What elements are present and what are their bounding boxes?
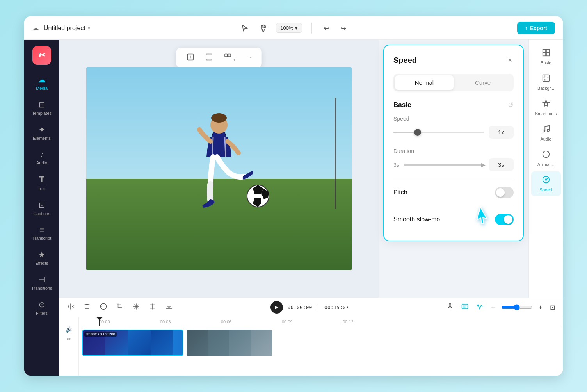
speed-slider-thumb[interactable] xyxy=(414,129,421,136)
redo-button[interactable]: ↪ xyxy=(338,21,349,35)
beat-button[interactable] xyxy=(475,301,485,313)
right-panel-item-speed[interactable]: Speed xyxy=(531,171,561,196)
ruler-mark-2: 00:06 xyxy=(221,319,232,324)
sec-clip-thumb-1 xyxy=(187,330,208,356)
main-clip[interactable]: ①100× ⏱00:03:00 xyxy=(82,330,183,356)
zoom-control[interactable]: 100% ▾ xyxy=(276,23,302,33)
zoom-in-button[interactable]: + xyxy=(537,302,544,312)
sidebar-item-label: Text xyxy=(38,186,46,191)
select-tool-button[interactable] xyxy=(238,22,251,34)
player-illustration xyxy=(153,83,285,255)
right-panel-item-audio[interactable]: Audio xyxy=(531,121,561,145)
sidebar-item-transcript[interactable]: ≡ Transcript xyxy=(27,221,57,244)
fence xyxy=(335,98,336,209)
zoom-slider[interactable] xyxy=(501,304,532,310)
zoom-out-button[interactable]: − xyxy=(489,302,496,312)
sidebar-item-transitions[interactable]: ⊣ Transitions xyxy=(27,271,57,294)
clip-badge: ①100× ⏱00:03:00 xyxy=(84,332,117,337)
fullscreen-button[interactable]: ⊡ xyxy=(548,302,557,313)
elements-icon: ✦ xyxy=(39,125,45,134)
track-container: 🔊 ✏ 00:00 00:03 00:06 00:09 xyxy=(59,317,563,376)
chevron-down-icon: ▾ xyxy=(295,25,298,31)
content-area: ▾ ··· xyxy=(59,40,563,376)
cursor-pointer xyxy=(472,205,493,230)
right-panel: Basic Backgr... Smart tools xyxy=(528,40,563,298)
sidebar-item-captions[interactable]: ⊡ Captions xyxy=(27,196,57,220)
speed-tabs: Normal Curve xyxy=(393,74,514,91)
basic-section-title: Basic xyxy=(393,101,411,109)
split-button[interactable] xyxy=(66,301,76,313)
sidebar-item-audio[interactable]: ♪ Audio xyxy=(27,146,57,169)
speed-panel-header: Speed × xyxy=(393,55,514,66)
export-button[interactable]: ↑ Export xyxy=(517,22,555,34)
right-panel-item-basic[interactable]: Basic xyxy=(531,45,561,69)
speed-slider-track[interactable] xyxy=(393,132,484,133)
timeline-area: ▶ 00:00:00 | 00:15:07 xyxy=(59,298,563,376)
clip-thumb-4 xyxy=(151,330,173,356)
sidebar-item-filters[interactable]: ⊙ Filters xyxy=(27,296,57,319)
sidebar-item-text[interactable]: T Text xyxy=(27,171,57,195)
hand-tool-button[interactable] xyxy=(257,22,270,34)
project-title[interactable]: Untitled project ▾ xyxy=(44,25,90,32)
volume-button[interactable]: 🔊 xyxy=(66,326,72,333)
svg-point-8 xyxy=(211,113,227,123)
delete-button[interactable] xyxy=(82,301,92,313)
secondary-clip[interactable] xyxy=(187,330,272,356)
divider xyxy=(311,23,312,34)
multi-button[interactable]: ▾ xyxy=(220,51,239,65)
speed-value-box[interactable]: 1x xyxy=(489,126,514,139)
ruler-mark-0: 00:00 xyxy=(99,319,110,324)
more-options-button[interactable]: ··· xyxy=(242,51,255,65)
mic-button[interactable] xyxy=(445,301,455,313)
duration-value-box[interactable]: 3s xyxy=(489,158,514,171)
close-speed-panel-button[interactable]: × xyxy=(506,55,514,66)
app-container: ☁ Untitled project ▾ 100% ▾ ↩ ↪ ↑ xyxy=(24,16,563,376)
freeze-button[interactable] xyxy=(131,301,141,313)
auto-caption-button[interactable] xyxy=(460,301,470,313)
edit-track-button[interactable]: ✏ xyxy=(67,336,71,342)
track-row: ①100× ⏱00:03:00 xyxy=(82,326,560,359)
smooth-slowmo-label: Smooth slow-mo xyxy=(393,216,440,223)
right-panel-label: Animat... xyxy=(537,162,554,167)
sidebar-item-templates[interactable]: ⊟ Templates xyxy=(27,96,57,119)
play-button[interactable]: ▶ xyxy=(270,301,283,314)
sec-clip-thumb-3 xyxy=(229,330,251,356)
clip-thumb-3 xyxy=(128,330,151,356)
download-button[interactable] xyxy=(164,301,174,313)
fit-button[interactable] xyxy=(201,51,217,65)
speed-slider-row: 1x xyxy=(393,126,514,139)
editor-row: ▾ ··· xyxy=(59,40,563,298)
loop-button[interactable] xyxy=(98,301,109,313)
pitch-toggle[interactable] xyxy=(495,187,514,198)
duration-arrow-icon: ▶ xyxy=(481,162,486,168)
sidebar-item-effects[interactable]: ★ Effects xyxy=(27,246,57,269)
add-clip-button[interactable] xyxy=(183,51,198,65)
timeline-right-controls: − + ⊡ xyxy=(445,301,557,313)
left-sidebar: ✂ ☁ Media ⊟ Templates ✦ Elements ♪ Audio… xyxy=(24,40,59,376)
speed-tab-normal[interactable]: Normal xyxy=(395,75,454,90)
top-bar: ☁ Untitled project ▾ 100% ▾ ↩ ↪ ↑ xyxy=(24,16,563,40)
svg-rect-3 xyxy=(206,54,212,60)
ruler-mark-1: 00:03 xyxy=(160,319,171,324)
sidebar-item-elements[interactable]: ✦ Elements xyxy=(27,121,57,144)
undo-button[interactable]: ↩ xyxy=(321,21,332,35)
right-panel-item-animation[interactable]: Animat... xyxy=(531,146,561,171)
pitch-toggle-row: Pitch xyxy=(393,187,514,198)
sidebar-item-media[interactable]: ☁ Media xyxy=(27,71,57,94)
refresh-icon[interactable]: ↺ xyxy=(508,101,514,109)
right-panel-item-smart-tools[interactable]: Smart tools xyxy=(531,95,561,120)
pitch-label: Pitch xyxy=(393,189,407,196)
svg-rect-35 xyxy=(462,304,468,309)
sidebar-item-label: Templates xyxy=(32,111,52,116)
preview-toolbar: ▾ ··· xyxy=(176,48,262,68)
crop-button[interactable] xyxy=(115,301,125,313)
right-panel-item-background[interactable]: Backgr... xyxy=(531,70,561,94)
smooth-slowmo-toggle[interactable] xyxy=(495,214,514,225)
speed-timeline-button[interactable] xyxy=(148,301,158,313)
svg-rect-16 xyxy=(546,50,549,52)
speed-tab-curve[interactable]: Curve xyxy=(454,75,512,90)
section-divider-2 xyxy=(393,206,514,206)
sidebar-item-label: Transcript xyxy=(32,236,52,241)
svg-rect-17 xyxy=(543,53,545,56)
audio-icon: ♪ xyxy=(40,150,44,159)
